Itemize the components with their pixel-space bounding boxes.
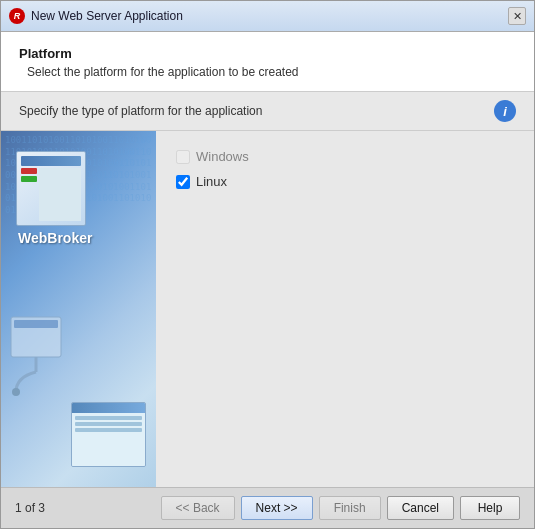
- section-subtitle: Select the platform for the application …: [27, 65, 516, 79]
- finish-button[interactable]: Finish: [319, 496, 381, 520]
- checkbox-windows[interactable]: [176, 150, 190, 164]
- right-panel: Windows Linux: [156, 131, 534, 487]
- back-button[interactable]: << Back: [161, 496, 235, 520]
- wb-title-bar: [21, 156, 81, 166]
- webbroker-label: WebBroker: [18, 230, 92, 246]
- wb-main-area: [39, 168, 81, 221]
- wb-sidebar: [21, 168, 37, 221]
- section-title: Platform: [19, 46, 516, 61]
- wb-icon-red: [21, 168, 37, 174]
- checkbox-row-linux: Linux: [176, 174, 514, 189]
- webbroker-logo: WebBroker: [16, 151, 92, 246]
- label-linux: Linux: [196, 174, 227, 189]
- next-button[interactable]: Next >>: [241, 496, 313, 520]
- window-title: New Web Server Application: [31, 9, 183, 23]
- monitor-line-2: [75, 422, 142, 426]
- wb-icon-green: [21, 176, 37, 182]
- wb-content: [21, 168, 81, 221]
- footer-buttons: << Back Next >> Finish Cancel Help: [161, 496, 520, 520]
- main-window: R New Web Server Application ✕ Platform …: [0, 0, 535, 529]
- cancel-button[interactable]: Cancel: [387, 496, 454, 520]
- monitor-line-3: [75, 428, 142, 432]
- monitor-small: [71, 402, 146, 467]
- webbroker-icon: [16, 151, 86, 226]
- title-bar: R New Web Server Application ✕: [1, 1, 534, 32]
- monitor-line-1: [75, 416, 142, 420]
- title-bar-left: R New Web Server Application: [9, 8, 183, 24]
- main-panel: 1001101010011010100110101001101010011010…: [1, 131, 534, 487]
- monitor-titlebar: [72, 403, 145, 413]
- app-icon: R: [9, 8, 25, 24]
- cable-graphic: [6, 307, 86, 407]
- checkbox-linux[interactable]: [176, 175, 190, 189]
- help-button[interactable]: Help: [460, 496, 520, 520]
- info-bar: Specify the type of platform for the app…: [1, 92, 534, 131]
- checkbox-row-windows: Windows: [176, 149, 514, 164]
- left-panel: 1001101010011010100110101001101010011010…: [1, 131, 156, 487]
- label-windows: Windows: [196, 149, 249, 164]
- page-info: 1 of 3: [15, 501, 45, 515]
- svg-point-3: [12, 388, 20, 396]
- close-button[interactable]: ✕: [508, 7, 526, 25]
- content-area: Platform Select the platform for the app…: [1, 32, 534, 487]
- svg-rect-1: [14, 320, 58, 328]
- header-section: Platform Select the platform for the app…: [1, 32, 534, 92]
- monitor-body: [72, 413, 145, 466]
- footer-bar: 1 of 3 << Back Next >> Finish Cancel Hel…: [1, 487, 534, 528]
- info-icon: i: [494, 100, 516, 122]
- info-text: Specify the type of platform for the app…: [19, 104, 262, 118]
